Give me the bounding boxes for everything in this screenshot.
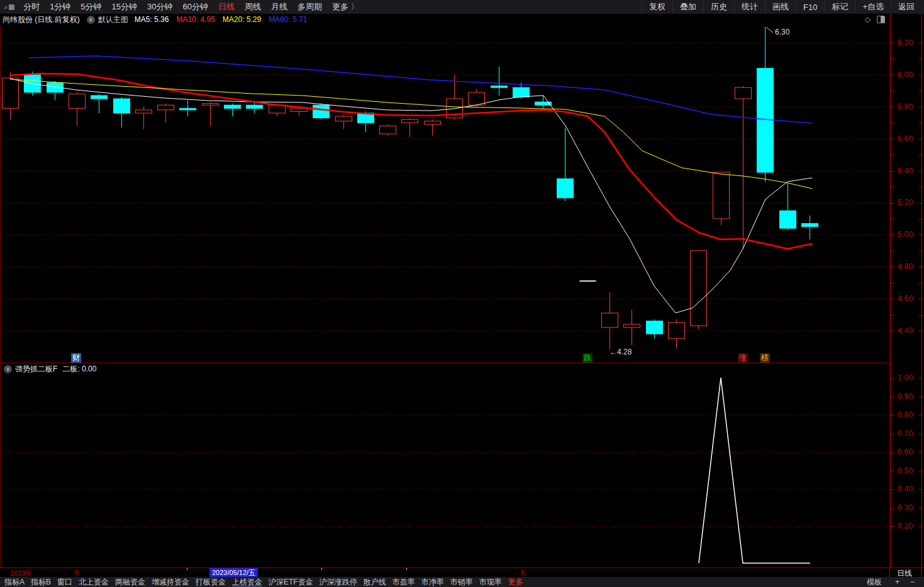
bottom-item-沪深涨跌停[interactable]: 沪深涨跌停	[316, 577, 360, 587]
axis-tick	[919, 471, 922, 471]
main-chart-label: 默认主图	[98, 14, 128, 25]
period-item-分时[interactable]: 分时	[18, 1, 45, 13]
event-badge-跌[interactable]: 跌	[582, 353, 593, 363]
bottom-right-+[interactable]: +	[895, 577, 899, 587]
bottom-item-市净率[interactable]: 市净率	[418, 577, 447, 587]
bottom-item-两融资金[interactable]: 两融资金	[112, 577, 148, 587]
chevron-down-icon[interactable]: ∨	[87, 16, 95, 24]
period-item-月线[interactable]: 月线	[266, 1, 292, 13]
period-item-更多 〉[interactable]: 更多 〉	[327, 1, 364, 13]
axis-tick	[919, 58, 922, 59]
bottom-item-市盈率[interactable]: 市盈率	[389, 577, 418, 587]
axis-tick	[919, 526, 922, 527]
axis-tick	[891, 397, 894, 397]
ma-lines	[10, 56, 812, 313]
candle	[491, 67, 508, 96]
axis-tick	[919, 489, 922, 490]
indicator-chart-canvas[interactable]	[1, 375, 890, 568]
action-item-画线[interactable]: 画线	[765, 1, 796, 13]
axis-tick	[891, 315, 894, 315]
bottom-right-模板[interactable]: 模板	[867, 577, 882, 587]
bottom-item-市现率[interactable]: 市现率	[476, 577, 505, 587]
axis-tick	[919, 434, 922, 434]
collapse-panel-icon[interactable]: »	[4, 3, 14, 11]
axis-label-0.70: 0.70	[898, 429, 913, 438]
axis-tick	[919, 139, 922, 140]
action-item-复权[interactable]: 复权	[642, 1, 672, 13]
bottom-item-指标A[interactable]: 指标A	[1, 577, 28, 587]
bottom-item-窗口[interactable]: 窗口	[54, 577, 75, 587]
stock-title: 尚纬股份 (日线.前复权)	[3, 14, 80, 25]
axis-label-0.90: 0.90	[898, 392, 913, 401]
period-item-多周期[interactable]: 多周期	[292, 1, 327, 13]
axis-tick	[919, 91, 922, 91]
candle	[669, 319, 685, 348]
diamond-mark-icon[interactable]: ◇	[865, 15, 871, 24]
ma-values: MA5: 5.36MA10: 4.95MA20: 5.29MA60: 5.71	[135, 15, 315, 24]
bottom-right-−[interactable]: −	[910, 577, 915, 587]
main-chart-canvas[interactable]: 6.30←4.28	[1, 25, 890, 363]
action-item-标记[interactable]: 标记	[824, 1, 855, 13]
period-item-5分钟[interactable]: 5分钟	[75, 1, 106, 13]
axis-tick	[891, 378, 894, 378]
axis-tick	[919, 219, 922, 219]
axis-label-0.30: 0.30	[898, 503, 913, 512]
action-item-返回[interactable]: 返回	[891, 1, 921, 13]
bottom-item-沪深ETF资金[interactable]: 沪深ETF资金	[265, 577, 316, 587]
price-annotation: 6.30	[775, 28, 790, 36]
candle	[713, 172, 730, 225]
event-badge-涨[interactable]: 涨	[738, 353, 748, 363]
candle	[203, 102, 219, 126]
candle	[469, 89, 485, 107]
period-menu: » 分时1分钟5分钟15分钟30分钟60分钟日线周线月线多周期更多 〉	[3, 1, 364, 13]
axis-header-gap	[890, 14, 924, 25]
axis-tick	[891, 331, 894, 331]
axis-tick	[891, 415, 894, 415]
chevron-down-icon[interactable]: ∨	[4, 365, 12, 373]
period-item-60分钟[interactable]: 60分钟	[178, 1, 213, 13]
period-item-日线[interactable]: 日线	[213, 1, 240, 13]
axis-tick	[919, 266, 922, 267]
period-item-15分钟[interactable]: 15分钟	[107, 1, 142, 13]
axis-label-4.60: 4.60	[898, 294, 913, 303]
action-item-叠加[interactable]: 叠加	[672, 1, 703, 13]
bottom-item-更多[interactable]: 更多	[505, 577, 526, 587]
axis-label-5.00: 5.00	[898, 230, 913, 239]
bottom-item-市销率[interactable]: 市销率	[447, 577, 476, 587]
split-panel-icon[interactable]	[877, 16, 885, 23]
event-badge-财[interactable]: 财	[71, 353, 81, 363]
axis-tick	[919, 123, 922, 123]
ma-value-label: MA20: 5.29	[223, 15, 261, 24]
ma-value-label: MA60: 5.71	[269, 15, 307, 24]
bottom-item-打板资金[interactable]: 打板资金	[192, 577, 229, 587]
candle	[380, 124, 396, 136]
period-item-周线[interactable]: 周线	[240, 1, 266, 13]
bottom-item-增减持资金[interactable]: 增减持资金	[148, 577, 192, 587]
indicator-line	[699, 378, 810, 563]
action-item-+自选[interactable]: +自选	[855, 1, 891, 13]
period-item-1分钟[interactable]: 1分钟	[45, 1, 75, 13]
candle	[158, 104, 174, 123]
candle	[535, 96, 552, 108]
axis-tick	[919, 331, 922, 331]
action-item-历史[interactable]: 历史	[703, 1, 734, 13]
bottom-item-上榜资金[interactable]: 上榜资金	[229, 577, 265, 587]
action-item-F10[interactable]: F10	[796, 3, 824, 12]
bottom-toolbar: 指标A指标B窗口北上资金两融资金增减持资金打板资金上榜资金沪深ETF资金沪深涨跌…	[0, 577, 924, 587]
axis-tick	[891, 171, 894, 172]
period-item-30分钟[interactable]: 30分钟	[142, 1, 177, 13]
candle	[602, 292, 618, 350]
main-chart-area[interactable]: 6.30←4.28 财跌涨榜	[1, 25, 890, 363]
candle	[47, 81, 64, 101]
event-badge-榜[interactable]: 榜	[760, 353, 770, 363]
candle	[180, 101, 196, 116]
bottom-item-散户线[interactable]: 散户线	[360, 577, 389, 587]
candle	[91, 94, 108, 113]
axis-tick	[919, 43, 922, 43]
axis-tick	[919, 251, 922, 251]
axis-tick	[891, 526, 894, 527]
axis-tick	[919, 107, 922, 107]
action-item-统计[interactable]: 统计	[734, 1, 765, 13]
bottom-item-北上资金[interactable]: 北上资金	[75, 577, 112, 587]
bottom-item-指标B[interactable]: 指标B	[28, 577, 54, 587]
